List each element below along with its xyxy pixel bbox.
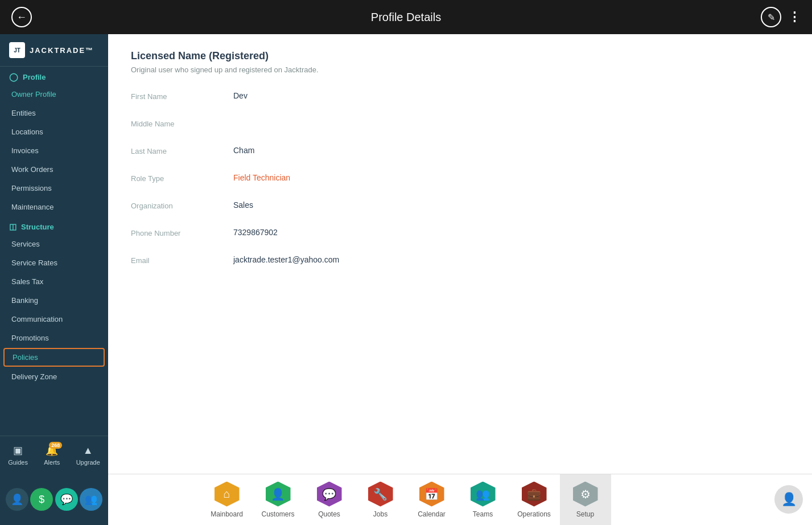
sidebar-item-permissions[interactable]: Permissions: [0, 179, 108, 198]
setup-icon: ⚙: [573, 482, 598, 507]
field-last-name: Last Name Cham: [131, 146, 789, 162]
calendar-label: Calendar: [418, 510, 446, 518]
back-button[interactable]: ←: [11, 7, 32, 27]
sidebar: JT JACKTRADE™ ◯ Profile Owner Profile En…: [0, 34, 108, 474]
sidebar-item-service-rates[interactable]: Service Rates: [0, 253, 108, 272]
nav-item-calendar[interactable]: 📅 Calendar: [406, 474, 457, 526]
maintenance-label: Maintenance: [11, 203, 53, 211]
sidebar-bottom: ▣ Guides 268 🔔 Alerts ▲ Upgrade: [0, 436, 108, 474]
invoices-label: Invoices: [11, 146, 39, 155]
sidebar-item-sales-tax[interactable]: Sales Tax: [0, 272, 108, 291]
field-first-name: First Name Dev: [131, 91, 789, 107]
sidebar-item-communication[interactable]: Communication: [0, 310, 108, 329]
more-options-button[interactable]: ⋮: [788, 10, 801, 24]
entities-label: Entities: [11, 109, 36, 117]
first-name-label: First Name: [131, 91, 233, 101]
sidebar-item-maintenance[interactable]: Maintenance: [0, 198, 108, 216]
edit-button[interactable]: ✎: [761, 7, 781, 27]
user-icon-4: 👥: [85, 493, 97, 506]
first-name-value: Dev: [233, 91, 248, 100]
email-label: Email: [131, 255, 233, 265]
user-icon-2: $: [39, 494, 44, 506]
services-label: Services: [11, 240, 40, 248]
banking-label: Banking: [11, 296, 38, 305]
user-icon-profile[interactable]: 👤: [6, 488, 28, 511]
user-avatar[interactable]: 👤: [774, 485, 803, 514]
sidebar-item-promotions[interactable]: Promotions: [0, 329, 108, 347]
delivery-zone-label: Delivery Zone: [11, 372, 57, 381]
user-icon-team[interactable]: 👥: [80, 488, 102, 511]
user-icon-billing[interactable]: $: [30, 488, 53, 511]
locations-label: Locations: [11, 128, 43, 136]
sidebar-item-banking[interactable]: Banking: [0, 291, 108, 310]
nav-item-mainboard[interactable]: ⌂ Mainboard: [201, 474, 253, 526]
nav-item-teams[interactable]: 👥 Teams: [457, 474, 509, 526]
logo-text: JACKTRADE™: [30, 46, 94, 55]
nav-item-jobs[interactable]: 🔧 Jobs: [355, 474, 406, 526]
bottom-left-icons: 👤 $ 💬 👥: [0, 474, 108, 525]
role-type-value: Field Technician: [233, 173, 290, 182]
field-role-type: Role Type Field Technician: [131, 173, 789, 189]
policies-label: Policies: [13, 353, 38, 362]
email-value: jacktrade.tester1@yahoo.com: [233, 255, 339, 264]
header-right: ✎ ⋮: [761, 7, 801, 27]
main-area: JT JACKTRADE™ ◯ Profile Owner Profile En…: [0, 34, 812, 474]
avatar-icon: 👤: [781, 492, 797, 507]
profile-section-icon: ◯: [9, 72, 18, 81]
content-section-title: Licensed Name (Registered): [131, 50, 789, 62]
guides-label: Guides: [8, 459, 28, 466]
back-icon: ←: [17, 11, 27, 23]
user-icon-3: 💬: [60, 493, 73, 506]
sidebar-item-services[interactable]: Services: [0, 235, 108, 253]
guides-icon: ▣: [13, 444, 23, 457]
service-rates-label: Service Rates: [11, 259, 57, 267]
organization-value: Sales: [233, 200, 253, 210]
sidebar-item-invoices[interactable]: Invoices: [0, 141, 108, 160]
middle-name-label: Middle Name: [131, 118, 233, 128]
sidebar-item-policies[interactable]: Policies: [3, 348, 105, 367]
operations-label: Operations: [517, 510, 551, 518]
user-icon-chat[interactable]: 💬: [55, 488, 78, 511]
content-section-subtitle: Original user who signed up and register…: [131, 65, 789, 74]
permissions-label: Permissions: [11, 184, 52, 192]
content-area: Licensed Name (Registered) Original user…: [108, 34, 812, 474]
upgrade-label: Upgrade: [76, 459, 100, 466]
jobs-icon: 🔧: [368, 482, 393, 507]
quotes-label: Quotes: [318, 510, 340, 518]
role-type-label: Role Type: [131, 173, 233, 183]
jobs-label: Jobs: [373, 510, 388, 518]
customers-icon: 👤: [266, 482, 291, 507]
field-email: Email jacktrade.tester1@yahoo.com: [131, 255, 789, 271]
field-organization: Organization Sales: [131, 200, 789, 216]
edit-icon: ✎: [768, 12, 775, 23]
structure-section-label: Structure: [21, 223, 54, 231]
alerts-button[interactable]: 268 🔔 Alerts: [39, 442, 64, 468]
work-orders-label: Work Orders: [11, 165, 53, 174]
last-name-label: Last Name: [131, 146, 233, 155]
mainboard-icon: ⌂: [215, 482, 240, 507]
customers-label: Customers: [261, 510, 294, 518]
nav-item-operations[interactable]: 💼 Operations: [509, 474, 560, 526]
sidebar-scroll: ◯ Profile Owner Profile Entities Locatio…: [0, 67, 108, 436]
sidebar-logo: JT JACKTRADE™: [0, 34, 108, 67]
upgrade-icon: ▲: [83, 445, 93, 457]
promotions-label: Promotions: [11, 334, 49, 342]
profile-section-label: Profile: [23, 73, 46, 81]
quotes-icon: 💬: [317, 482, 342, 507]
structure-section-header: ◫ Structure: [0, 216, 108, 235]
alerts-badge: 268: [49, 442, 62, 449]
sidebar-item-delivery-zone[interactable]: Delivery Zone: [0, 367, 108, 386]
sidebar-item-owner-profile[interactable]: Owner Profile: [0, 85, 108, 104]
upgrade-button[interactable]: ▲ Upgrade: [72, 442, 105, 468]
sidebar-item-work-orders[interactable]: Work Orders: [0, 160, 108, 179]
nav-item-customers[interactable]: 👤 Customers: [253, 474, 304, 526]
teams-icon: 👥: [471, 482, 496, 507]
header-left: ←: [11, 7, 32, 27]
user-icon-1: 👤: [11, 493, 23, 506]
nav-item-quotes[interactable]: 💬 Quotes: [304, 474, 355, 526]
top-header: ← Profile Details ✎ ⋮: [0, 0, 812, 34]
nav-item-setup[interactable]: ⚙ Setup: [560, 474, 611, 526]
sidebar-item-locations[interactable]: Locations: [0, 122, 108, 141]
sidebar-item-entities[interactable]: Entities: [0, 104, 108, 122]
guides-button[interactable]: ▣ Guides: [3, 442, 32, 468]
